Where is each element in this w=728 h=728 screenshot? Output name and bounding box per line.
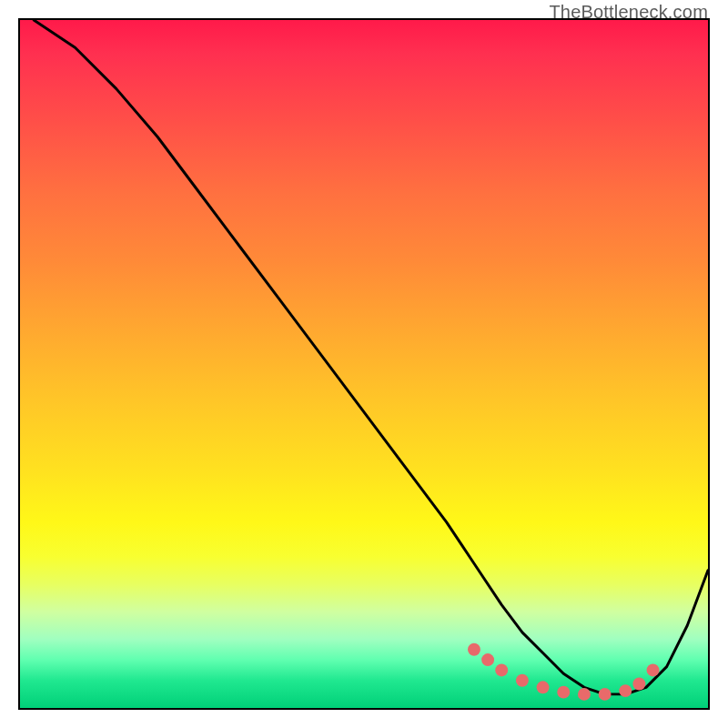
chart-svg: [20, 20, 708, 708]
plot-area: [18, 18, 710, 710]
curve-marker: [557, 686, 570, 699]
curve-marker: [632, 678, 645, 691]
curve-marker: [578, 688, 591, 701]
curve-marker: [481, 653, 494, 666]
curve-group: [34, 20, 708, 694]
curve-marker: [647, 663, 660, 676]
bottleneck-curve: [34, 20, 708, 694]
curve-marker: [495, 663, 508, 676]
curve-marker: [619, 684, 632, 697]
chart-container: TheBottleneck.com: [0, 0, 728, 728]
curve-marker: [516, 674, 529, 687]
curve-marker: [599, 688, 612, 701]
curve-marker: [537, 681, 550, 693]
curve-marker: [468, 643, 480, 656]
